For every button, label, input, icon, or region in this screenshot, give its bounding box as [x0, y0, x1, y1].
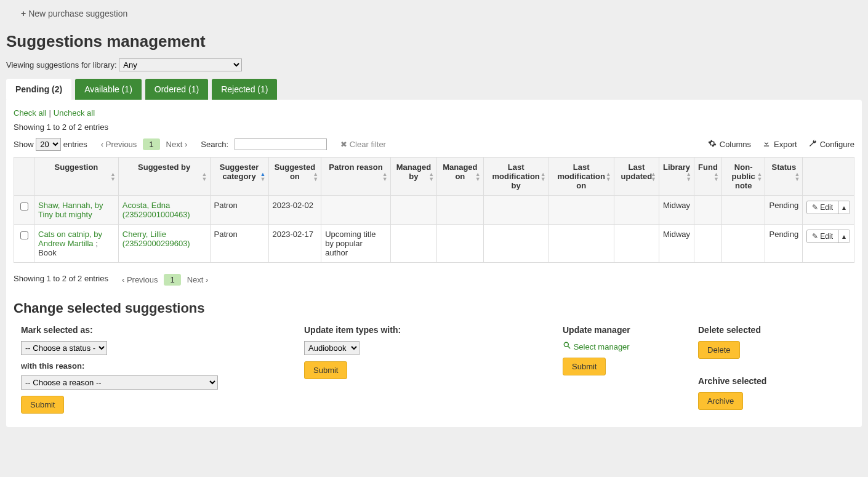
col-header[interactable]: Suggested by▲▼: [118, 158, 210, 196]
cell-status: Pending: [765, 196, 803, 225]
cell-category: Patron: [210, 196, 268, 225]
columns-button[interactable]: Columns: [708, 139, 751, 150]
table-row: Cats on catnip, by Andrew Martilla ; Boo…: [14, 225, 854, 263]
tab-2[interactable]: Ordered (1): [145, 79, 208, 100]
suggestion-link[interactable]: Cats on catnip, by Andrew Martilla: [38, 230, 102, 248]
col-header[interactable]: Last updated▲▼: [614, 158, 659, 196]
cell-library: Midway: [659, 196, 694, 225]
mark-selected-label: Mark selected as:: [21, 325, 279, 335]
cell-last_updated: [614, 225, 659, 263]
cell-patron_reason: Upcoming title by popular author: [321, 225, 391, 263]
new-purchase-suggestion-link[interactable]: + New purchase suggestion: [21, 9, 127, 18]
suggestions-table: Suggestion▲▼Suggested by▲▼Suggester cate…: [14, 157, 854, 263]
update-manager-label: Update manager: [563, 325, 673, 335]
wrench-icon: [808, 139, 817, 150]
gear-icon: [708, 139, 717, 150]
download-icon: [762, 139, 771, 150]
new-suggestion-label: New purchase suggestion: [28, 9, 127, 18]
pencil-icon: ✎: [812, 232, 818, 241]
search-icon: [563, 342, 574, 351]
previous-button[interactable]: ‹ Previous: [101, 140, 137, 149]
clear-filter-button[interactable]: ✖ Clear filter: [340, 140, 386, 149]
cell-fund: [694, 225, 722, 263]
cell-patron_reason: [321, 196, 391, 225]
col-header[interactable]: Last modification by▲▼: [483, 158, 549, 196]
svg-line-1: [568, 347, 571, 349]
cell-library: Midway: [659, 225, 694, 263]
entries-info-top: Showing 1 to 2 of 2 entries: [14, 122, 854, 132]
cell-last_mod_by: [483, 225, 549, 263]
row-checkbox[interactable]: [20, 231, 28, 239]
col-header[interactable]: Managed by▲▼: [390, 158, 436, 196]
export-button[interactable]: Export: [762, 139, 797, 150]
search-label: Search:: [201, 140, 228, 149]
col-actions: [803, 158, 854, 196]
col-header[interactable]: Suggested on▲▼: [268, 158, 321, 196]
tab-3[interactable]: Rejected (1): [212, 79, 277, 100]
tab-1[interactable]: Available (1): [75, 79, 142, 100]
current-page[interactable]: 1: [143, 138, 159, 150]
tab-0[interactable]: Pending (2): [6, 79, 71, 100]
cell-fund: [694, 196, 722, 225]
current-page-bottom[interactable]: 1: [164, 274, 180, 286]
col-header[interactable]: Suggestion▲▼: [34, 158, 119, 196]
archive-button[interactable]: Archive: [698, 392, 743, 410]
delete-button[interactable]: Delete: [698, 341, 740, 359]
submit-status-button[interactable]: Submit: [21, 396, 64, 414]
suggested-by-link[interactable]: Acosta, Edna (23529001000463): [123, 201, 190, 219]
cell-note: [721, 225, 765, 263]
configure-button[interactable]: Configure: [808, 139, 854, 150]
plus-icon: +: [21, 9, 26, 18]
cell-managed_on: [437, 196, 484, 225]
edit-button[interactable]: ✎ Edit: [807, 201, 838, 214]
reason-label: with this reason:: [21, 361, 279, 371]
batch-heading: Change selected suggestions: [14, 300, 854, 316]
item-type-label: Update item types with:: [304, 325, 538, 335]
previous-button-bottom[interactable]: ‹ Previous: [122, 275, 158, 284]
caret-up-icon: ▴: [842, 232, 846, 241]
suggested-by-link[interactable]: Cherry, Lillie (23529000299603): [123, 230, 190, 248]
cell-managed_on: [437, 225, 484, 263]
search-input[interactable]: [235, 138, 327, 150]
library-filter-label: Viewing suggestions for library:: [6, 60, 117, 70]
col-header[interactable]: Status▲▼: [765, 158, 803, 196]
col-checkbox: [14, 158, 34, 196]
cell-status: Pending: [765, 225, 803, 263]
cell-last_mod_on: [549, 196, 614, 225]
reason-select[interactable]: -- Choose a reason --: [21, 375, 218, 390]
row-checkbox[interactable]: [20, 202, 28, 210]
col-header[interactable]: Library▲▼: [659, 158, 694, 196]
cell-managed_by: [390, 196, 436, 225]
cell-note: [721, 196, 765, 225]
col-header[interactable]: Last modification on▲▼: [549, 158, 614, 196]
table-row: Shaw, Hannah, by Tiny but mightyAcosta, …: [14, 196, 854, 225]
status-select[interactable]: -- Choose a status --: [21, 341, 107, 355]
edit-button[interactable]: ✎ Edit: [807, 230, 838, 243]
next-button-bottom[interactable]: Next ›: [187, 275, 209, 284]
cell-last_mod_on: [549, 225, 614, 263]
item-type-select[interactable]: Audiobook: [304, 341, 360, 355]
show-label: Show: [14, 140, 34, 149]
col-header[interactable]: Managed on▲▼: [437, 158, 484, 196]
page-size-select[interactable]: 20: [36, 138, 61, 151]
col-header[interactable]: Non-public note▲▼: [721, 158, 765, 196]
suggestion-link[interactable]: Shaw, Hannah, by Tiny but mighty: [38, 201, 103, 219]
svg-point-0: [564, 342, 568, 347]
edit-dropdown-toggle[interactable]: ▴: [838, 201, 850, 214]
check-all-link[interactable]: Check all: [14, 108, 46, 118]
edit-dropdown-toggle[interactable]: ▴: [838, 230, 850, 243]
col-header[interactable]: Suggester category▲▼: [210, 158, 268, 196]
entries-info-bottom: Showing 1 to 2 of 2 entries: [14, 274, 108, 283]
uncheck-all-link[interactable]: Uncheck all: [54, 108, 95, 118]
select-manager-link[interactable]: Select manager: [563, 342, 630, 351]
submit-manager-button[interactable]: Submit: [563, 358, 606, 375]
cell-last_mod_by: [483, 196, 549, 225]
col-header[interactable]: Fund▲▼: [694, 158, 722, 196]
next-button[interactable]: Next ›: [166, 140, 188, 149]
library-filter-select[interactable]: Any: [119, 58, 242, 71]
submit-itemtype-button[interactable]: Submit: [304, 361, 347, 379]
col-header[interactable]: Patron reason▲▼: [321, 158, 391, 196]
cell-last_updated: [614, 196, 659, 225]
entries-label: entries: [63, 140, 87, 149]
close-icon: ✖: [340, 140, 347, 149]
